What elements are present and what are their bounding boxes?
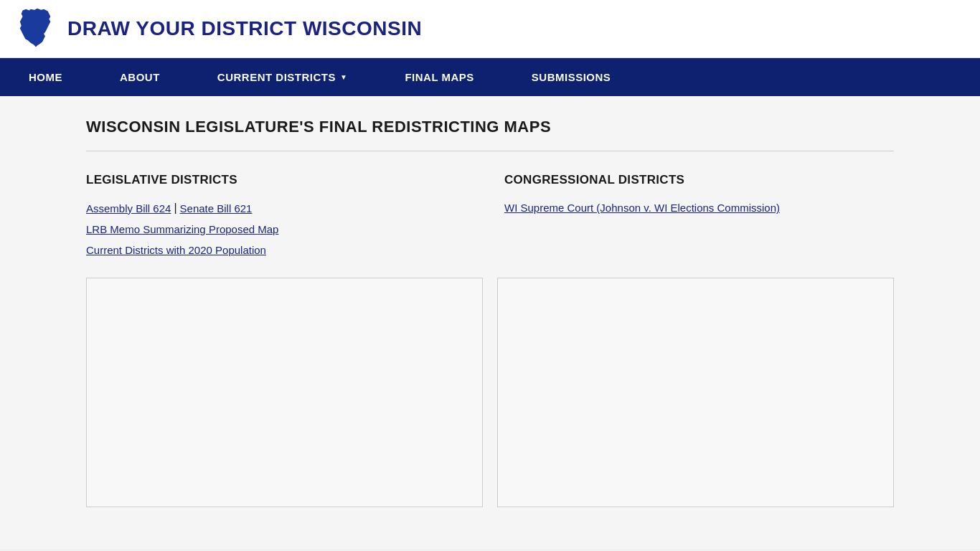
wi-supreme-court-link[interactable]: WI Supreme Court (Johnson v. WI Election… xyxy=(504,202,894,214)
main-content: WISCONSIN LEGISLATURE'S FINAL REDISTRICT… xyxy=(0,96,980,549)
link-separator: | xyxy=(174,202,176,215)
congressional-section: CONGRESSIONAL DISTRICTS WI Supreme Court… xyxy=(504,173,894,270)
main-nav: HOME ABOUT CURRENT DISTRICTS ▼ FINAL MAP… xyxy=(0,58,980,96)
maps-grid xyxy=(86,278,894,507)
nav-item-home[interactable]: HOME xyxy=(0,58,91,96)
site-header: DRAW YOUR DISTRICT WISCONSIN xyxy=(0,0,980,58)
wisconsin-logo-icon xyxy=(14,7,57,50)
nav-item-submissions[interactable]: SUBMISSIONS xyxy=(503,58,640,96)
dropdown-arrow-icon: ▼ xyxy=(340,73,347,81)
lrb-memo-link[interactable]: LRB Memo Summarizing Proposed Map xyxy=(86,223,476,235)
page-title: WISCONSIN LEGISLATURE'S FINAL REDISTRICT… xyxy=(86,118,894,136)
nav-item-current-districts[interactable]: CURRENT DISTRICTS ▼ xyxy=(189,58,377,96)
legislative-map-placeholder xyxy=(86,278,483,507)
legislative-section: LEGISLATIVE DISTRICTS Assembly Bill 624 … xyxy=(86,173,476,270)
congressional-links: WI Supreme Court (Johnson v. WI Election… xyxy=(504,202,894,214)
congressional-heading: CONGRESSIONAL DISTRICTS xyxy=(504,173,894,187)
nav-item-final-maps[interactable]: FINAL MAPS xyxy=(376,58,502,96)
logo-container: DRAW YOUR DISTRICT WISCONSIN xyxy=(14,7,422,50)
legislative-links: Assembly Bill 624 | Senate Bill 621 LRB … xyxy=(86,202,476,256)
current-districts-pop-link[interactable]: Current Districts with 2020 Population xyxy=(86,244,476,256)
congressional-map-placeholder xyxy=(497,278,894,507)
nav-item-about[interactable]: ABOUT xyxy=(91,58,189,96)
districts-grid: LEGISLATIVE DISTRICTS Assembly Bill 624 … xyxy=(86,173,894,270)
assembly-bill-link[interactable]: Assembly Bill 624 xyxy=(86,202,171,215)
senate-bill-link[interactable]: Senate Bill 621 xyxy=(180,202,253,215)
section-divider xyxy=(86,151,894,151)
legislative-heading: LEGISLATIVE DISTRICTS xyxy=(86,173,476,187)
bill-links-row: Assembly Bill 624 | Senate Bill 621 xyxy=(86,202,476,215)
site-title: DRAW YOUR DISTRICT WISCONSIN xyxy=(67,17,422,40)
